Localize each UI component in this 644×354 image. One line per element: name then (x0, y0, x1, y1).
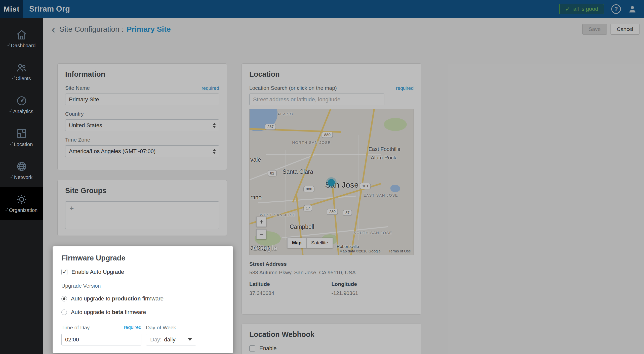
webhook-enable-checkbox[interactable] (249, 345, 255, 351)
longitude-value: -121.90361 (332, 290, 414, 296)
page-title: Site Configuration : (59, 25, 124, 33)
google-logo: Google (253, 244, 277, 252)
sidebar-item-analytics[interactable]: Analytics (0, 88, 43, 121)
map-label: Alum Rock (371, 155, 396, 161)
gear-icon (16, 194, 27, 205)
location-webhook-card: Location Webhook Enable (242, 324, 421, 354)
page-title-site-name: Primary Site (127, 25, 171, 33)
mist-dots-icon (10, 144, 11, 145)
map-label: EAST SAN JOSE (363, 193, 398, 197)
add-group-icon[interactable]: + (69, 204, 74, 212)
status-button[interactable]: ✓ all is good (559, 4, 604, 14)
chevron-down-icon (188, 338, 192, 341)
sidebar-item-organization[interactable]: Organization (0, 187, 43, 220)
street-address-value: 583 Autumn Pkwy, San Jose, CA 95110, USA (249, 270, 414, 276)
map-label: Robertsville (337, 244, 359, 249)
sidebar-label: Dashboard (11, 43, 36, 49)
mist-dots-icon (8, 45, 9, 46)
sidebar-item-clients[interactable]: Clients (0, 55, 43, 88)
left-column: Information Site Name required Country U… (57, 63, 227, 354)
firmware-upgrade-card: Firmware Upgrade Enable Auto Upgrade Upg… (53, 246, 233, 353)
select-arrows-icon (213, 149, 216, 154)
satellite-view-button[interactable]: Satellite (306, 238, 333, 248)
water-area (249, 109, 280, 135)
location-card: Location Location Search (or click on th… (242, 63, 421, 315)
site-name-input[interactable] (65, 94, 219, 105)
mist-logo[interactable]: Mist (0, 0, 23, 18)
information-card: Information Site Name required Country U… (57, 63, 227, 170)
sidebar-label: Location (14, 142, 33, 147)
latitude-label: Latitude (249, 281, 332, 287)
time-of-day-input[interactable] (61, 334, 141, 345)
enable-auto-upgrade-checkbox[interactable] (61, 269, 67, 275)
route-shield: 880 (304, 186, 314, 192)
location-search-required: required (396, 85, 414, 91)
map[interactable]: ALVISO NORTH SAN JOSE East Foothills Alu… (249, 109, 414, 255)
country-select[interactable]: United States (65, 119, 219, 131)
map-label: rtino (250, 194, 262, 201)
sidebar-label: Analytics (13, 109, 33, 114)
sidebar-item-network[interactable]: Network (0, 154, 43, 187)
zoom-in-button[interactable]: + (256, 217, 266, 227)
location-search-input[interactable] (249, 94, 384, 105)
sidebar: Dashboard Clients Analytics Location Net… (0, 18, 43, 354)
beta-firmware-radio[interactable] (61, 309, 67, 315)
road (286, 150, 286, 240)
cancel-button[interactable]: Cancel (611, 24, 639, 35)
country-label: Country (65, 111, 219, 117)
save-button[interactable]: Save (582, 24, 607, 35)
site-groups-title: Site Groups (65, 187, 219, 195)
firmware-title: Firmware Upgrade (61, 254, 224, 262)
latitude-value: 37.340684 (249, 290, 332, 296)
sidebar-label: Clients (16, 76, 31, 81)
enable-auto-upgrade-label: Enable Auto Upgrade (71, 269, 124, 275)
site-groups-box[interactable]: + (65, 201, 219, 229)
map-label: SOUTH SAN JOSE (354, 230, 392, 235)
beta-firmware-label: Auto upgrade to beta firmware (71, 309, 146, 316)
terms-of-use-link[interactable]: Terms of Use (389, 249, 411, 253)
back-button[interactable]: ‹ (52, 25, 55, 33)
topbar: Mist Sriram Org ✓ all is good ? (0, 0, 644, 18)
map-label: East Foothills (369, 146, 400, 152)
production-firmware-label: Auto upgrade to production firmware (71, 295, 164, 302)
zoom-out-button[interactable]: − (256, 229, 266, 239)
highway-280 (249, 183, 381, 226)
help-icon[interactable]: ? (611, 4, 621, 14)
site-name-required: required (202, 85, 219, 91)
sidebar-item-location[interactable]: Location (0, 121, 43, 154)
map-marker (328, 179, 335, 186)
upgrade-version-label: Upgrade Version (61, 283, 224, 289)
location-title: Location (249, 70, 414, 78)
route-shield: 17 (303, 205, 312, 211)
route-shield: 280 (327, 209, 338, 215)
route-shield: 880 (322, 132, 333, 138)
gauge-icon (16, 95, 27, 106)
information-title: Information (65, 70, 219, 78)
map-label: NORTH SAN JOSE (292, 140, 331, 145)
timezone-select[interactable]: America/Los Angeles (GMT -07:00) (65, 145, 219, 157)
day-of-week-dropdown[interactable]: Day: daily (146, 334, 196, 345)
day-of-week-label: Day of Week (146, 325, 176, 331)
right-column: Location Location Search (or click on th… (242, 63, 421, 354)
org-name[interactable]: Sriram Org (29, 5, 70, 14)
map-view-button[interactable]: Map (287, 238, 306, 248)
user-icon[interactable] (628, 5, 637, 14)
sidebar-label: Network (14, 174, 32, 180)
mist-dots-icon (10, 111, 11, 112)
sidebar-label: Organization (9, 207, 37, 213)
production-firmware-radio[interactable] (61, 296, 67, 301)
route-shield: 237 (265, 124, 276, 130)
sidebar-item-dashboard[interactable]: Dashboard (0, 22, 43, 55)
check-icon: ✓ (565, 6, 570, 13)
map-label: Campbell (290, 224, 314, 230)
floorplan-icon (16, 128, 27, 139)
home-icon (16, 29, 27, 40)
site-name-label: Site Name (65, 85, 90, 91)
map-label: vale (250, 156, 261, 163)
road (266, 154, 381, 155)
route-shield: 82 (268, 170, 276, 176)
location-webhook-title: Location Webhook (249, 330, 414, 339)
clients-icon (16, 62, 27, 73)
time-of-day-required: required (124, 325, 141, 331)
select-arrows-icon (213, 123, 216, 128)
